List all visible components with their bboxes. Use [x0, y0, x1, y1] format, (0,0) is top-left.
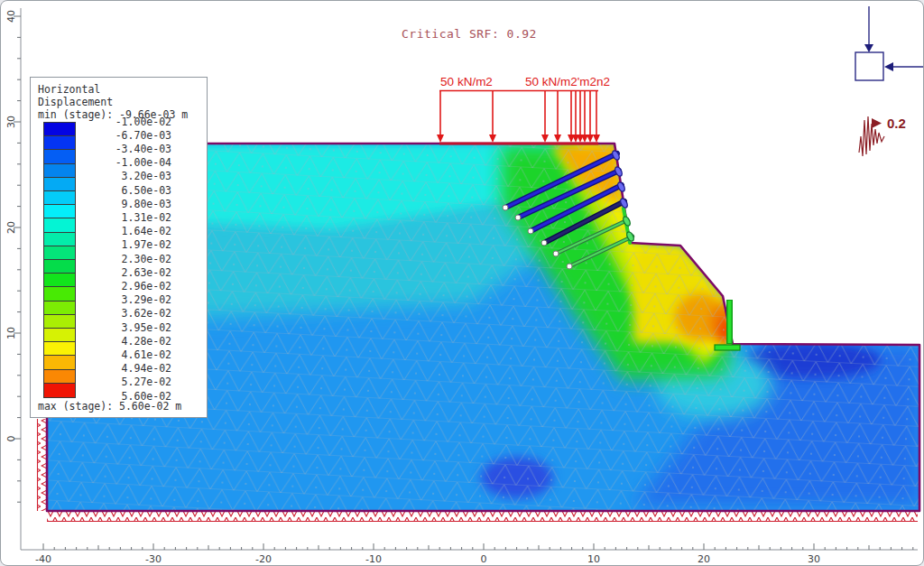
legend-value: 4.94e-02: [76, 363, 171, 375]
legend-color-chip: [44, 218, 75, 232]
wall-footing[interactable]: [715, 345, 740, 350]
y-axis-tick-label: 20: [5, 221, 17, 234]
legend-color-chip: [44, 342, 75, 356]
legend-color-scale: [43, 122, 76, 398]
legend-color-chip: [44, 384, 75, 397]
nail-end-node: [503, 205, 508, 210]
legend-value: -6.70e-03: [76, 130, 171, 142]
legend-title-line1: Horizontal: [38, 83, 188, 96]
x-axis-tick-label: 20: [698, 553, 710, 565]
seismic-coefficient-value: 0.2: [887, 116, 906, 131]
legend-value: -1.00e-02: [76, 116, 171, 128]
y-axis-tick-label: 30: [5, 116, 17, 128]
legend-color-chip: [44, 329, 75, 342]
legend-color-chip: [44, 246, 75, 260]
left-roller-hatching: [37, 419, 47, 511]
nail-end-node: [515, 215, 521, 220]
x-axis-tick-label: 30: [808, 553, 820, 565]
x-axis-tick-label: -30: [145, 553, 162, 565]
legend-color-chip: [44, 205, 75, 218]
legend-color-chip: [44, 123, 75, 136]
x-axis-tick-label: -40: [35, 553, 51, 565]
seismic-direction-arrow-icon: [872, 118, 882, 128]
load-arrow-head: [554, 135, 561, 143]
legend-value: 3.29e-02: [76, 294, 171, 306]
legend-value: -1.00e-04: [76, 157, 171, 169]
legend-color-chip: [44, 370, 75, 384]
legend-color-chip: [44, 287, 75, 301]
load-arrow-head: [541, 135, 549, 143]
load-label-right: 50 kN/m2'm2n2: [525, 75, 610, 88]
critical-srf-label: Critical SRF: 0.92: [402, 27, 537, 41]
nail-end-node: [567, 264, 572, 269]
legend-title-line2: Displacement: [38, 96, 188, 108]
legend-value: 1.97e-02: [76, 239, 171, 251]
load-arrow-head: [593, 135, 600, 143]
legend-value: -3.40e-03: [76, 144, 171, 155]
field-stress-icon: [855, 6, 923, 80]
legend-value: 2.96e-02: [76, 281, 171, 292]
load-arrow-head: [489, 135, 496, 143]
seismic-load-icon: 0.2: [859, 116, 906, 156]
load-arrow-head: [437, 135, 444, 143]
legend-color-chip: [44, 233, 75, 246]
legend-color-chip: [44, 191, 75, 205]
nail-end-node: [541, 240, 547, 246]
x-axis-tick-label: -20: [255, 553, 272, 565]
nail-end-node: [528, 228, 533, 234]
legend-value: 2.63e-02: [76, 267, 171, 279]
x-axis-tick-label: -10: [365, 553, 382, 565]
legend-color-chip: [44, 178, 75, 191]
legend-value: 2.30e-02: [76, 254, 171, 265]
legend-color-chip: [44, 302, 75, 315]
load-label-left: 50 kN/m2: [440, 75, 493, 88]
legend-value: 9.80e-03: [76, 199, 171, 210]
legend-value: 4.28e-02: [76, 336, 171, 348]
legend-color-chip: [44, 150, 75, 163]
legend-color-chip: [44, 315, 75, 329]
legend-color-chip: [44, 274, 75, 287]
legend-value: 1.64e-02: [76, 226, 171, 237]
legend-value: 5.27e-02: [76, 376, 171, 388]
y-axis-tick-label: 0: [5, 436, 17, 442]
bottom-roller-hatching: [47, 512, 918, 522]
legend-panel: Horizontal Displacement min (stage): -9.…: [30, 77, 208, 418]
legend-max-value: max (stage): 5.60e-02 m: [38, 400, 181, 413]
load-arrow-head: [587, 135, 594, 143]
legend-color-chip: [44, 260, 75, 274]
y-axis-tick-label: 10: [5, 327, 17, 339]
legend-color-chip: [44, 164, 75, 178]
distributed-loads-group: [437, 91, 600, 144]
legend-value: 3.95e-02: [76, 322, 171, 334]
legend-value: 4.61e-02: [76, 349, 171, 361]
legend-color-chip: [44, 136, 75, 150]
x-axis-tick-label: 10: [587, 553, 600, 565]
fea-interpreter-window: -40-30-20-100102030010203040 50 kN/m2 50…: [0, 0, 924, 566]
legend-value: 3.62e-02: [76, 308, 171, 320]
legend-value: 1.31e-02: [76, 212, 171, 224]
legend-value: 3.20e-03: [76, 171, 171, 182]
y-axis-tick-label: 40: [5, 10, 17, 23]
nail-end-node: [553, 251, 559, 256]
legend-value: 6.50e-03: [76, 185, 171, 197]
legend-color-chip: [44, 356, 75, 369]
x-axis-tick-label: 0: [481, 553, 487, 565]
